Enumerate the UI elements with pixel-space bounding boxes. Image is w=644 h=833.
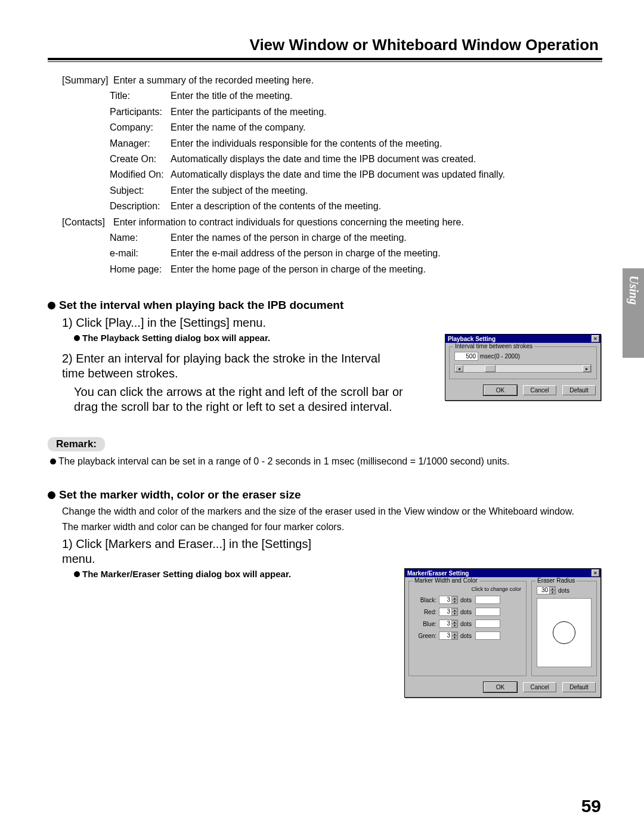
ok-button[interactable]: OK xyxy=(484,682,517,692)
bullet-icon xyxy=(74,335,80,341)
eraser-stepper[interactable]: 30▴▾ xyxy=(537,586,556,594)
bullet-icon xyxy=(74,571,80,577)
page-number: 59 xyxy=(581,796,601,816)
scroll-thumb[interactable] xyxy=(485,365,496,372)
fieldset-legend: Eraser Radius xyxy=(535,577,577,584)
contacts-val: Enter the home page of the person in cha… xyxy=(171,262,426,277)
summary-key: Title: xyxy=(110,88,171,104)
summary-key: Company: xyxy=(110,120,171,135)
page-title: View Window or Whiteboard Window Operati… xyxy=(48,36,602,54)
contacts-val: Enter the names of the person in charge … xyxy=(171,230,407,246)
summary-val: Enter the individuals responsible for th… xyxy=(171,136,442,151)
interval-scrollbar[interactable]: ◂ ▸ xyxy=(454,364,592,373)
unit-label: dots xyxy=(460,621,472,627)
cancel-button[interactable]: Cancel xyxy=(523,682,556,692)
cancel-button[interactable]: Cancel xyxy=(523,385,556,395)
spin-down-icon[interactable]: ▾ xyxy=(451,636,457,639)
step-2b: You can click the arrows at the right an… xyxy=(74,385,408,414)
marker-width-fieldset: Marker Width and Color Click to change c… xyxy=(408,581,527,676)
summary-key: Subject: xyxy=(110,183,171,199)
unit-label: dots xyxy=(460,597,472,603)
color-swatch[interactable] xyxy=(475,631,500,640)
marker-step-1: 1) Click [Markers and Eraser...] in the … xyxy=(62,537,342,566)
contacts-val: Enter the e-mail address of the person i… xyxy=(171,246,441,261)
summary-desc: Enter a summary of the recorded meeting … xyxy=(113,73,314,88)
summary-val: Automatically displays the date and time… xyxy=(171,151,476,167)
close-icon[interactable]: × xyxy=(592,335,599,342)
marker-label: Red: xyxy=(414,609,436,615)
remark-label: Remark: xyxy=(48,437,105,451)
contacts-key: e-mail: xyxy=(110,246,171,261)
circle-icon xyxy=(553,621,575,644)
summary-key: Manager: xyxy=(110,136,171,151)
fieldset-legend: Interval time between strokes xyxy=(453,343,534,349)
dialog-titlebar: Playback Setting × xyxy=(445,335,600,343)
scroll-right-icon[interactable]: ▸ xyxy=(583,365,591,372)
side-tab: Using xyxy=(623,268,644,358)
unit-label: dots xyxy=(558,587,569,594)
summary-val: Enter the participants of the meeting. xyxy=(171,104,326,120)
dialog-title: Marker/Eraser Setting xyxy=(407,570,469,577)
divider-thin xyxy=(48,61,602,62)
marker-desc-b: The marker width and color can be change… xyxy=(62,521,602,534)
fieldset-legend: Marker Width and Color xyxy=(413,577,479,584)
section-title-marker: Set the marker width, color or the erase… xyxy=(48,488,602,501)
eraser-fieldset: Eraser Radius 30▴▾ dots xyxy=(531,581,597,676)
unit-label: dots xyxy=(460,609,472,615)
interval-unit: msec(0 - 2000) xyxy=(480,353,520,360)
bullet-icon xyxy=(48,491,55,499)
marker-eraser-dialog: Marker/Eraser Setting × Marker Width and… xyxy=(404,568,601,698)
width-stepper[interactable]: 3▴▾ xyxy=(439,620,458,628)
spin-down-icon[interactable]: ▾ xyxy=(451,612,457,615)
summary-key: Description: xyxy=(110,199,171,214)
contacts-category: [Contacts] xyxy=(62,215,113,230)
summary-key: Modified On: xyxy=(110,167,171,182)
summary-val: Automatically displays the date and time… xyxy=(171,167,505,182)
step-2a: 2) Enter an interval for playing back th… xyxy=(62,351,396,381)
width-stepper[interactable]: 3▴▾ xyxy=(439,596,458,604)
section-title-interval: Set the interval when playing back the I… xyxy=(48,299,602,312)
spin-down-icon[interactable]: ▾ xyxy=(451,600,457,603)
marker-desc-a: Change the width and color of the marker… xyxy=(62,505,602,518)
summary-key: Participants: xyxy=(110,104,171,120)
color-swatch[interactable] xyxy=(475,596,500,604)
spin-down-icon[interactable]: ▾ xyxy=(549,590,555,594)
width-stepper[interactable]: 3▴▾ xyxy=(439,608,458,616)
step-1: 1) Click [Play...] in the [Settings] men… xyxy=(62,315,396,330)
dialog-title: Playback Setting xyxy=(448,336,496,342)
contacts-key: Name: xyxy=(110,230,171,246)
color-swatch[interactable] xyxy=(475,620,500,628)
spin-down-icon[interactable]: ▾ xyxy=(451,624,457,627)
marker-label: Blue: xyxy=(414,621,436,627)
playback-setting-dialog: Playback Setting × Interval time between… xyxy=(445,334,601,401)
marker-label: Black: xyxy=(414,597,436,603)
remark-text: The playback interval can be set in a ra… xyxy=(50,456,602,467)
divider-thick xyxy=(48,58,602,60)
summary-val: Enter the name of the company. xyxy=(171,120,306,135)
scroll-track[interactable] xyxy=(463,365,583,372)
bullet-icon xyxy=(48,302,55,309)
contacts-key: Home page: xyxy=(110,262,171,277)
side-tab-label: Using xyxy=(627,268,640,305)
default-button[interactable]: Default xyxy=(562,385,596,395)
color-swatch[interactable] xyxy=(475,608,500,616)
width-stepper[interactable]: 3▴▾ xyxy=(439,631,458,640)
summary-val: Enter the subject of the meeting. xyxy=(171,183,308,199)
scroll-left-icon[interactable]: ◂ xyxy=(455,365,463,372)
summary-val: Enter a description of the contents of t… xyxy=(171,199,381,214)
marker-label: Green: xyxy=(414,633,436,639)
bullet-icon xyxy=(50,459,56,465)
interval-input[interactable]: 500 xyxy=(454,352,478,361)
summary-block: [Summary] Enter a summary of the recorde… xyxy=(62,73,602,277)
contacts-desc: Enter information to contract individual… xyxy=(113,215,464,230)
dialog-titlebar: Marker/Eraser Setting × xyxy=(405,569,600,577)
color-hint: Click to change color xyxy=(414,586,521,592)
default-button[interactable]: Default xyxy=(562,682,596,692)
unit-label: dots xyxy=(460,633,472,639)
summary-val: Enter the title of the meeting. xyxy=(171,88,293,104)
eraser-preview xyxy=(537,598,592,667)
ok-button[interactable]: OK xyxy=(484,385,517,395)
close-icon[interactable]: × xyxy=(592,569,599,577)
summary-category: [Summary] xyxy=(62,73,113,88)
interval-fieldset: Interval time between strokes 500 msec(0… xyxy=(449,346,597,379)
